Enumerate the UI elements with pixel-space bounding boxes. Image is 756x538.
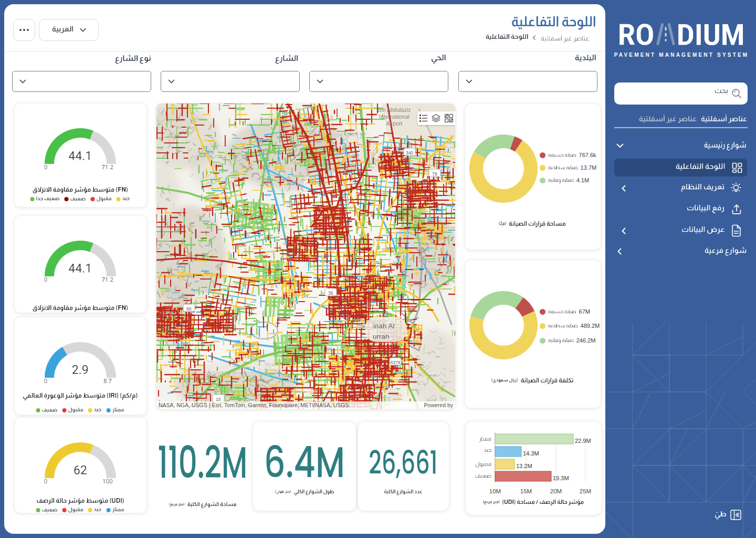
svg-text:340: 340 xyxy=(406,150,413,156)
svg-text:8379: 8379 xyxy=(391,360,401,365)
svg-text:International: International xyxy=(379,113,410,120)
svg-text:35: 35 xyxy=(328,291,333,296)
svg-text:Airport: Airport xyxy=(386,120,403,127)
svg-text:15: 15 xyxy=(216,397,221,402)
svg-text:Bin Abdulaziz: Bin Abdulaziz xyxy=(377,107,411,113)
svg-text:79: 79 xyxy=(432,171,437,177)
svg-text:Powered by: Powered by xyxy=(424,402,454,408)
svg-text:urrah: urrah xyxy=(373,333,390,340)
svg-text:inah Al: inah Al xyxy=(373,322,395,330)
svg-text:NASA, NGA, USGS | Esri, TomTom: NASA, NGA, USGS | Esri, TomTom, Garmin, … xyxy=(159,402,349,408)
svg-text:60: 60 xyxy=(186,306,192,312)
